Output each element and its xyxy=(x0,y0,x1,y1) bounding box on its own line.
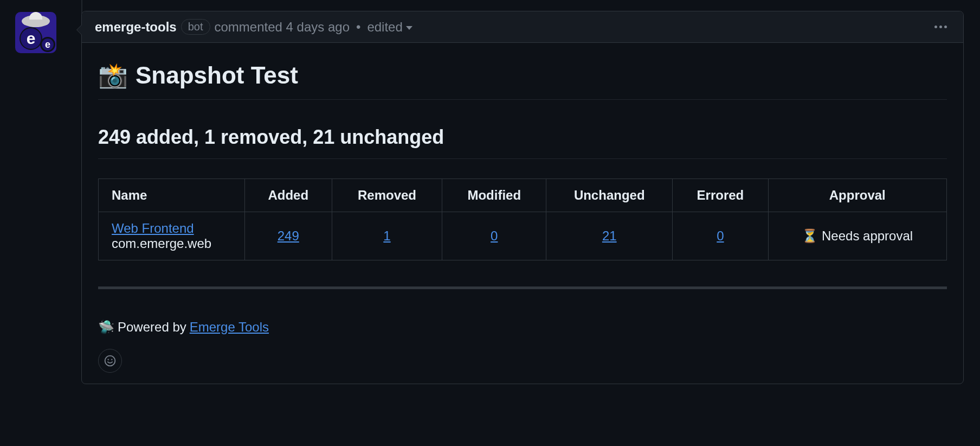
added-link[interactable]: 249 xyxy=(278,228,299,243)
footer: 🛸 Powered by Emerge Tools xyxy=(98,289,947,335)
hourglass-icon: ⏳ xyxy=(802,228,818,243)
modified-link[interactable]: 0 xyxy=(491,228,498,243)
comment-pointer xyxy=(76,24,82,35)
col-modified: Modified xyxy=(442,179,546,212)
powered-by-label: Powered by xyxy=(118,320,186,335)
camera-icon: 📸 xyxy=(98,61,128,90)
author-avatar[interactable]: e e xyxy=(15,12,56,53)
removed-link[interactable]: 1 xyxy=(383,228,390,243)
bot-badge: bot xyxy=(181,19,210,35)
comment-header: emerge-tools bot commented 4 days ago • … xyxy=(82,11,963,43)
table-header-row: Name Added Removed Modified Unchanged Er… xyxy=(99,179,947,212)
title-row: 📸 Snapshot Test xyxy=(98,48,947,100)
smiley-icon xyxy=(104,355,116,367)
comment-body: 📸 Snapshot Test 249 added, 1 removed, 21… xyxy=(82,43,963,384)
chevron-down-icon xyxy=(406,26,412,30)
comment-container: emerge-tools bot commented 4 days ago • … xyxy=(81,11,964,384)
col-removed: Removed xyxy=(332,179,442,212)
svg-point-2 xyxy=(111,359,112,360)
svg-point-1 xyxy=(108,359,109,360)
summary-heading: 249 added, 1 removed, 21 unchanged xyxy=(98,100,947,159)
action-label: commented xyxy=(215,20,282,34)
add-reaction-button[interactable] xyxy=(98,349,122,373)
approval-status: Needs approval xyxy=(822,228,913,243)
emerge-tools-link[interactable]: Emerge Tools xyxy=(190,320,269,335)
author-name[interactable]: emerge-tools xyxy=(95,20,177,35)
edited-indicator[interactable]: edited xyxy=(367,20,412,35)
col-approval: Approval xyxy=(768,179,946,212)
svg-point-0 xyxy=(105,356,115,366)
ufo-icon: 🛸 xyxy=(98,320,114,335)
separator-dot: • xyxy=(356,20,360,35)
project-name-link[interactable]: Web Frontend xyxy=(112,221,194,235)
more-actions-button[interactable] xyxy=(931,22,950,31)
results-table: Name Added Removed Modified Unchanged Er… xyxy=(98,179,947,260)
unchanged-link[interactable]: 21 xyxy=(602,228,617,243)
package-id: com.emerge.web xyxy=(112,236,211,251)
errored-link[interactable]: 0 xyxy=(717,228,724,243)
edited-label: edited xyxy=(367,20,402,34)
page-title: Snapshot Test xyxy=(136,62,298,89)
comment-action: commented 4 days ago xyxy=(215,20,350,35)
timestamp[interactable]: 4 days ago xyxy=(286,20,350,34)
col-errored: Errored xyxy=(673,179,768,212)
col-added: Added xyxy=(245,179,332,212)
table-row: Web Frontend com.emerge.web 249 1 0 21 0… xyxy=(99,212,947,260)
col-name: Name xyxy=(99,179,245,212)
col-unchanged: Unchanged xyxy=(546,179,673,212)
